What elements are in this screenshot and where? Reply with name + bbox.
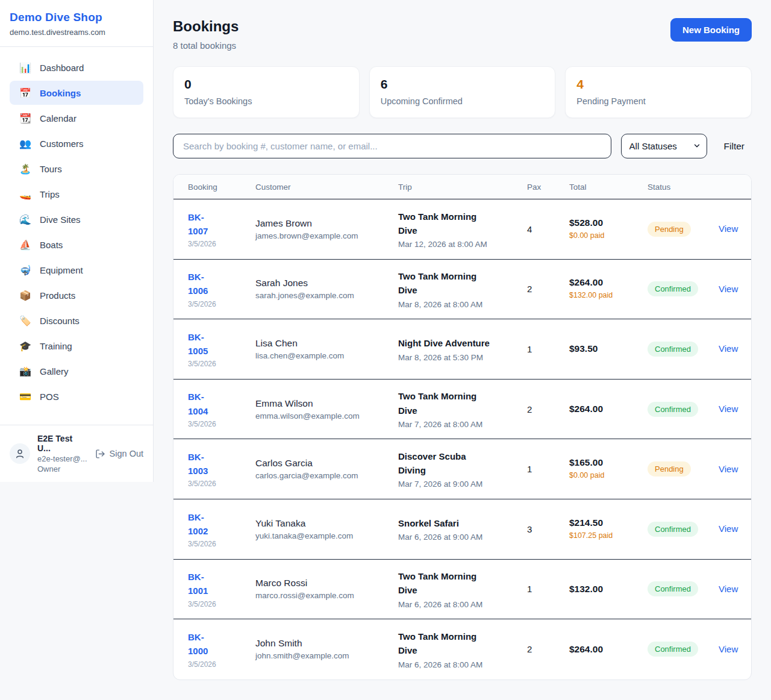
booking-id-link[interactable]: BK-1001: [188, 570, 222, 598]
sidebar-item-equipment[interactable]: 🤿 Equipment: [10, 258, 143, 282]
sidebar-item-pos[interactable]: 💳 POS: [10, 384, 143, 408]
total-amount: $264.00: [569, 404, 648, 414]
page-header-text: Bookings 8 total bookings: [173, 18, 239, 51]
table-row: BK-1006 3/5/2026 Sarah Jones sarah.jones…: [173, 260, 751, 320]
view-link[interactable]: View: [719, 404, 738, 414]
customer-email: sarah.jones@example.com: [255, 291, 398, 300]
customer-cell: Marco Rossi marco.rossi@example.com: [255, 578, 398, 600]
view-link[interactable]: View: [719, 284, 738, 294]
total-cell: $264.00 $132.00 paid: [569, 277, 648, 301]
table-row: BK-1002 3/5/2026 Yuki Tanaka yuki.tanaka…: [173, 499, 751, 560]
customer-name: Marco Rossi: [255, 578, 398, 589]
booking-cell: BK-1004 3/5/2026: [188, 390, 255, 428]
trip-name: Night Dive Adventure: [398, 336, 495, 350]
trip-cell: Night Dive Adventure Mar 8, 2026 at 5:30…: [398, 336, 527, 361]
trip-name: Snorkel Safari: [398, 516, 495, 530]
booking-cell: BK-1007 3/5/2026: [188, 210, 255, 249]
total-amount: $528.00: [569, 217, 648, 228]
pax-cell: 3: [527, 524, 569, 534]
booking-id-link[interactable]: BK-1003: [188, 450, 222, 478]
new-booking-button[interactable]: New Booking: [670, 18, 752, 42]
customer-cell: James Brown james.brown@example.com: [255, 218, 398, 240]
stat-label: Pending Payment: [576, 96, 740, 106]
sign-out-button[interactable]: Sign Out: [95, 449, 143, 459]
status-select[interactable]: All Statuses: [621, 134, 707, 158]
view-link[interactable]: View: [719, 464, 738, 474]
sidebar-item-products[interactable]: 📦 Products: [10, 283, 143, 307]
column-header-status: Status: [648, 183, 719, 192]
pax-cell: 2: [527, 644, 569, 654]
customer-cell: Carlos Garcia carlos.garcia@example.com: [255, 458, 398, 480]
status-badge: Confirmed: [648, 642, 698, 657]
trip-time: Mar 6, 2026 at 8:00 AM: [398, 600, 527, 609]
booking-id-link[interactable]: BK-1004: [188, 390, 222, 418]
customer-cell: Emma Wilson emma.wilson@example.com: [255, 398, 398, 420]
trip-cell: Two Tank Morning Dive Mar 6, 2026 at 8:0…: [398, 630, 527, 669]
user-email: e2e-tester@...: [37, 454, 88, 463]
actions-cell: View: [719, 404, 738, 414]
total-amount: $165.00: [569, 457, 648, 468]
customer-cell: Lisa Chen lisa.chen@example.com: [255, 338, 398, 360]
bookings-table: Booking Customer Trip Pax Total Status B…: [173, 174, 752, 680]
trip-time: Mar 7, 2026 at 9:00 AM: [398, 480, 527, 489]
view-link[interactable]: View: [719, 343, 738, 354]
trip-cell: Two Tank Morning Dive Mar 12, 2026 at 8:…: [398, 210, 527, 249]
trip-name: Two Tank Morning Dive: [398, 389, 495, 417]
trip-time: Mar 12, 2026 at 8:00 AM: [398, 240, 527, 249]
sidebar-nav: 📊 Dashboard 📅 Bookings 📆 Calendar 👥 Cust…: [0, 47, 153, 425]
trip-name: Two Tank Morning Dive: [398, 210, 495, 238]
stat-card-upcoming-confirmed: 6 Upcoming Confirmed: [369, 66, 556, 118]
sidebar-item-customers[interactable]: 👥 Customers: [10, 131, 143, 155]
customer-cell: John Smith john.smith@example.com: [255, 638, 398, 660]
sidebar: Demo Dive Shop demo.test.divestreams.com…: [0, 0, 154, 482]
pax-cell: 1: [527, 464, 569, 474]
shop-domain: demo.test.divestreams.com: [10, 28, 143, 37]
booking-date: 3/5/2026: [188, 240, 255, 248]
sidebar-item-trips[interactable]: 🚤 Trips: [10, 182, 143, 206]
view-link[interactable]: View: [719, 223, 738, 234]
booking-id-link[interactable]: BK-1007: [188, 210, 222, 239]
filter-button[interactable]: Filter: [717, 136, 752, 157]
booking-id-link[interactable]: BK-1000: [188, 630, 222, 658]
search-input[interactable]: [173, 134, 611, 158]
status-badge: Pending: [648, 461, 691, 477]
stat-value: 6: [381, 77, 545, 92]
customer-email: lisa.chen@example.com: [255, 351, 398, 360]
column-header-pax: Pax: [527, 183, 569, 192]
sidebar-item-training[interactable]: 🎓 Training: [10, 334, 143, 358]
sidebar-item-boats[interactable]: ⛵ Boats: [10, 233, 143, 257]
status-badge: Confirmed: [648, 342, 698, 357]
sidebar-header: Demo Dive Shop demo.test.divestreams.com: [0, 0, 153, 47]
stat-value: 0: [184, 77, 348, 92]
trip-cell: Snorkel Safari Mar 6, 2026 at 9:00 AM: [398, 516, 527, 542]
sidebar-item-discounts[interactable]: 🏷️ Discounts: [10, 308, 143, 333]
status-cell: Confirmed: [648, 402, 719, 417]
view-link[interactable]: View: [719, 644, 738, 654]
table-row: BK-1007 3/5/2026 James Brown james.brown…: [173, 199, 751, 260]
sidebar-item-bookings[interactable]: 📅 Bookings: [10, 81, 143, 105]
view-link[interactable]: View: [719, 584, 738, 594]
total-cell: $214.50 $107.25 paid: [569, 517, 648, 542]
sidebar-item-calendar[interactable]: 📆 Calendar: [10, 106, 143, 130]
booking-id-link[interactable]: BK-1002: [188, 510, 222, 539]
sidebar-item-gallery[interactable]: 📸 Gallery: [10, 359, 143, 383]
trip-name: Two Tank Morning Dive: [398, 569, 495, 598]
actions-cell: View: [719, 223, 738, 234]
stat-label: Upcoming Confirmed: [381, 96, 545, 106]
trip-time: Mar 8, 2026 at 5:30 PM: [398, 353, 527, 362]
sidebar-item-dive-sites[interactable]: 🌊 Dive Sites: [10, 207, 143, 231]
sidebar-item-dashboard[interactable]: 📊 Dashboard: [10, 55, 143, 80]
pax-cell: 1: [527, 344, 569, 354]
booking-cell: BK-1005 3/5/2026: [188, 330, 255, 369]
column-header-total: Total: [569, 183, 648, 192]
customer-name: Emma Wilson: [255, 398, 398, 409]
customer-email: james.brown@example.com: [255, 231, 398, 240]
booking-id-link[interactable]: BK-1005: [188, 330, 222, 358]
status-cell: Confirmed: [648, 522, 719, 537]
view-link[interactable]: View: [719, 523, 738, 534]
customer-name: Lisa Chen: [255, 338, 398, 349]
booking-id-link[interactable]: BK-1006: [188, 270, 222, 298]
sidebar-item-tours[interactable]: 🏝️ Tours: [10, 157, 143, 181]
booking-cell: BK-1000 3/5/2026: [188, 630, 255, 669]
table-row: BK-1005 3/5/2026 Lisa Chen lisa.chen@exa…: [173, 319, 751, 380]
